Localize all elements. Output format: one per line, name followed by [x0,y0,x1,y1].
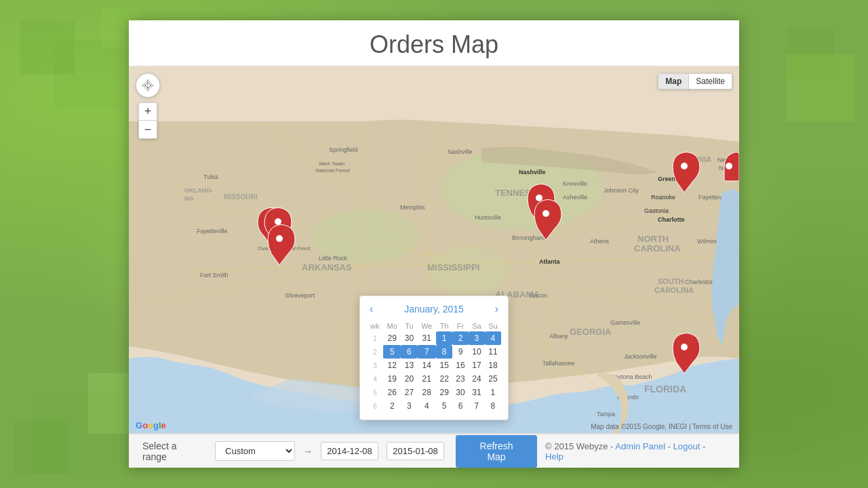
svg-text:Memphis: Memphis [400,204,425,211]
calendar-day-cell[interactable]: 3 [469,331,485,345]
calendar-day-cell[interactable]: 13 [401,359,417,372]
date-end-input[interactable] [387,442,444,460]
calendar-day-cell[interactable]: 2 [383,399,401,413]
date-start-input[interactable] [321,442,378,460]
calendar-day-cell[interactable]: 14 [417,359,436,372]
google-logo: Google [136,420,166,430]
calendar-day-cell[interactable]: 1 [485,386,501,399]
svg-text:Shreveport: Shreveport [285,292,315,299]
admin-panel-link[interactable]: Admin Panel [615,441,665,451]
calendar-day-cell[interactable]: 3 [401,399,417,413]
calendar-day-cell[interactable]: 8 [485,399,501,413]
calendar-week-number: 3 [367,359,383,372]
calendar-day-cell[interactable]: 31 [417,331,436,345]
calendar-day-cell[interactable]: 29 [436,386,452,399]
svg-text:National Forest: National Forest [315,167,351,174]
calendar-day-cell[interactable]: 4 [485,331,501,345]
calendar-prev-button[interactable]: ‹ [367,303,376,315]
calendar-day-cell[interactable]: 21 [417,372,436,386]
svg-point-70 [681,163,688,169]
calendar-day-cell[interactable]: 19 [383,372,401,386]
select-range-label: Select a range [142,441,203,462]
calendar-week-row: 52627282930311 [367,386,501,399]
calendar-header: ‹ January, 2015 › [367,303,501,315]
logout-link[interactable]: Logout [673,441,701,451]
calendar-day-cell[interactable]: 5 [383,345,401,359]
calendar-week-number: 2 [367,345,383,359]
calendar-day-cell[interactable]: 18 [485,359,501,372]
cal-header-wk: wk [367,321,383,331]
calendar-day-cell[interactable]: 12 [383,359,401,372]
calendar-day-cell[interactable]: 4 [417,399,436,413]
calendar-day-cell[interactable]: 11 [485,345,501,359]
calendar-table: wk Mo Tu We Th Fr Sa Su 1293031123425678… [367,321,501,413]
calendar-day-cell[interactable]: 9 [452,345,469,359]
map-attribution: Map data ©2015 Google, INEGI | Terms of … [591,423,732,430]
svg-text:Little Rock: Little Rock [319,255,348,262]
calendar-day-cell[interactable]: 8 [436,345,452,359]
svg-text:MA: MA [184,195,194,202]
calendar-day-cell[interactable]: 23 [452,372,469,386]
zoom-controls: + − [138,102,157,139]
calendar-day-cell[interactable]: 20 [401,372,417,386]
svg-text:CAROLINA: CAROLINA [634,243,681,253]
calendar-day-cell[interactable]: 10 [469,345,485,359]
svg-text:Tallahassee: Tallahassee [542,360,575,367]
map-container: Springfield Tulsa Nashville Fayetteville… [129,66,739,434]
refresh-map-button[interactable]: Refresh Map [456,435,537,468]
cal-header-fr: Fr [452,321,469,331]
help-link[interactable]: Help [545,451,564,462]
calendar-week-row: 62345678 [367,399,501,413]
calendar-next-button[interactable]: › [492,303,501,315]
arrow-icon: → [303,446,313,457]
calendar-day-cell[interactable]: 6 [401,345,417,359]
calendar-day-cell[interactable]: 7 [469,399,485,413]
svg-text:SOUTH: SOUTH [658,277,684,285]
calendar-day-cell[interactable]: 22 [436,372,452,386]
svg-text:Huntsville: Huntsville [475,214,501,221]
calendar-day-cell[interactable]: 24 [469,372,485,386]
range-select[interactable]: Custom Today Last 7 Days Last 30 Days Th… [215,441,295,461]
calendar-week-number: 6 [367,399,383,413]
zoom-out-button[interactable]: − [139,121,157,138]
calendar-day-cell[interactable]: 6 [452,399,469,413]
svg-text:Fayetteville: Fayetteville [197,228,228,235]
calendar-day-cell[interactable]: 25 [485,372,501,386]
calendar-day-cell[interactable]: 27 [401,386,417,399]
zoom-in-button[interactable]: + [139,103,157,121]
bottom-toolbar: Select a range Custom Today Last 7 Days … [129,434,739,468]
svg-text:ARKANSAS: ARKANSAS [302,262,352,272]
calendar-day-cell[interactable]: 28 [417,386,436,399]
calendar-day-headers: wk Mo Tu We Th Fr Sa Su [367,321,501,331]
calendar-day-cell[interactable]: 31 [469,386,485,399]
svg-text:FLORIDA: FLORIDA [644,384,686,394]
calendar-day-cell[interactable]: 29 [383,331,401,345]
svg-text:Tampa: Tampa [597,411,615,418]
calendar-day-cell[interactable]: 1 [436,331,452,345]
map-type-satellite-button[interactable]: Satellite [689,74,732,89]
calendar-day-cell[interactable]: 17 [469,359,485,372]
calendar-day-cell[interactable]: 2 [452,331,469,345]
calendar-day-cell[interactable]: 16 [452,359,469,372]
calendar-week-number: 1 [367,331,383,345]
cal-header-tu: Tu [401,321,417,331]
calendar-day-cell[interactable]: 30 [452,386,469,399]
footer-links: © 2015 Webyze - Admin Panel - Logout - H… [545,441,726,462]
cal-header-su: Su [485,321,501,331]
svg-text:Birmingham: Birmingham [512,235,545,241]
calendar-day-cell[interactable]: 26 [383,386,401,399]
cal-header-mo: Mo [383,321,401,331]
svg-point-72 [681,344,688,350]
calendar-day-cell[interactable]: 7 [417,345,436,359]
svg-point-68 [536,195,542,201]
svg-text:Knoxville: Knoxville [563,180,587,187]
cal-header-th: Th [436,321,452,331]
svg-text:Athens: Athens [590,238,610,245]
map-type-map-button[interactable]: Map [658,74,689,89]
map-pan-control[interactable]: ↕ [136,73,160,98]
calendar-day-cell[interactable]: 15 [436,359,452,372]
calendar-day-cell[interactable]: 30 [401,331,417,345]
svg-text:Springfield: Springfield [329,146,358,153]
copyright-text: © 2015 Webyze - [545,441,615,451]
calendar-day-cell[interactable]: 5 [436,399,452,413]
